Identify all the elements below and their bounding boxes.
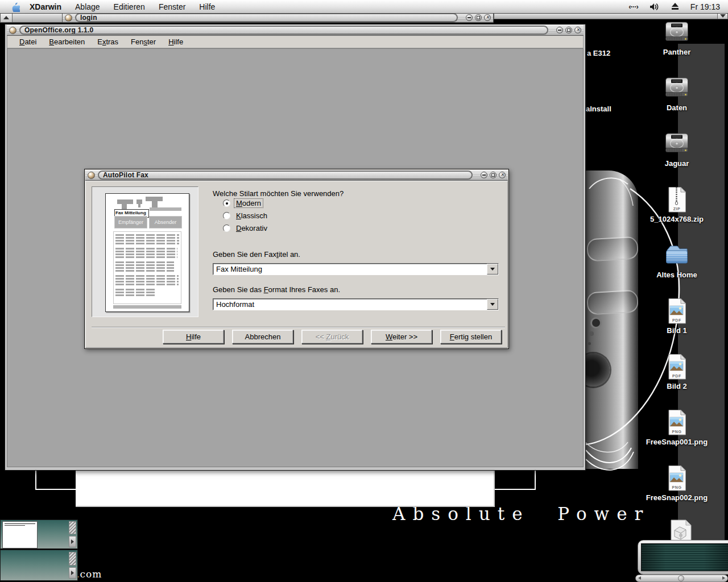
shaded-window-1[interactable] — [0, 519, 78, 549]
close-button[interactable]: ✕ — [574, 27, 581, 34]
icon-label: Jaguar — [642, 159, 712, 168]
preview-top-bar — [150, 207, 181, 211]
zip-icon: ZIP — [663, 186, 690, 214]
fax-format-label: Geben Sie das Format Ihres Faxes an. — [213, 285, 340, 294]
dialog-button-weiter[interactable]: Weiter >> — [371, 330, 432, 344]
office-menu-hilfe[interactable]: Hilfe — [162, 36, 189, 47]
radio-button-icon[interactable] — [223, 225, 230, 232]
minimize-button[interactable] — [481, 172, 487, 178]
menu-ablage[interactable]: Ablage — [75, 2, 100, 11]
fax-preview-panel: Fax Mitteilung Empfänger Absender — [92, 186, 198, 317]
file-type-badge: PNG — [663, 430, 690, 434]
fax-preview-page: Fax Mitteilung Empfänger Absender — [105, 193, 189, 312]
horizontal-scrollbar[interactable] — [635, 575, 728, 582]
desktop-icon-bild-2[interactable]: PDFBild 2 — [642, 354, 712, 390]
doc-icon: PDF — [663, 298, 690, 325]
title-capsule: OpenOffice.org 1.1.0 — [19, 26, 548, 35]
scroll-right-arrow-icon[interactable] — [722, 576, 725, 580]
resize-grip[interactable] — [69, 552, 76, 566]
close-button[interactable]: ✕ — [499, 172, 506, 178]
close-button[interactable]: ✕ — [484, 14, 491, 21]
office-menu-fenster[interactable]: Fenster — [125, 36, 162, 47]
desktop-icon-freesnap001-png[interactable]: PNGFreeSnap001.png — [642, 409, 712, 446]
menu-editieren[interactable]: Editieren — [114, 2, 145, 11]
desktop-icon-panther[interactable]: Panther — [642, 19, 712, 56]
wallpaper-com-text: .com — [76, 568, 102, 580]
mac-menubar: XDarwin Ablage Editieren Fenster Hilfe F… — [0, 0, 728, 14]
scroll-up-arrow-icon[interactable] — [1, 13, 13, 22]
file-type-badge: PNG — [663, 485, 690, 489]
button-separator — [92, 327, 505, 328]
style-option-klassisch[interactable]: Klassisch — [223, 211, 269, 220]
desktop-icon-bild-1[interactable]: PDFBild 1 — [642, 298, 712, 335]
desktop-icon-5-1024x768-zip[interactable]: ZIP5_1024x768.zip — [642, 186, 712, 223]
style-radio-group: ModernKlassischDekorativ — [223, 199, 269, 236]
tower-handle-recess — [586, 236, 638, 262]
fax-title-label: Geben Sie den Faxtitel an. — [213, 250, 300, 259]
dialog-button-fertig-stellen[interactable]: Fertig stellen — [440, 330, 502, 344]
fax-title-combobox[interactable]: Fax Mitteilung — [213, 263, 499, 275]
desktop-icon-freesnap002-png[interactable]: PNGFreeSnap002.png — [642, 465, 712, 502]
scrollbar-thumb[interactable] — [678, 575, 684, 581]
maximize-button[interactable] — [490, 172, 497, 178]
window-orb-icon[interactable] — [88, 172, 95, 179]
resize-grip[interactable] — [69, 521, 76, 534]
dialog-button-abbrechen[interactable]: Abbrechen — [232, 330, 293, 344]
radio-label: Dekorativ — [234, 224, 269, 232]
doc-icon: PDF — [663, 354, 690, 381]
menubar-clock[interactable]: Fr 19:13 — [690, 2, 720, 11]
menu-app-name[interactable]: XDarwin — [30, 2, 61, 11]
radio-button-icon[interactable] — [223, 199, 230, 207]
background-white-window — [76, 471, 495, 507]
input-menu-icon[interactable] — [628, 2, 638, 11]
dialog-button-hilfe[interactable]: Hilfe — [163, 330, 224, 344]
maximize-button[interactable] — [565, 27, 572, 34]
maximize-button[interactable] — [475, 14, 482, 21]
desktop-icon-daten[interactable]: Daten — [642, 75, 712, 112]
file-type-badge: PDF — [663, 374, 690, 378]
minimize-button[interactable] — [466, 14, 473, 21]
office-menu-datei[interactable]: Datei — [13, 36, 43, 47]
office-menu-extras[interactable]: Extras — [91, 36, 125, 47]
titlebar-stub[interactable] — [0, 13, 63, 23]
volume-icon[interactable] — [650, 3, 660, 11]
openoffice-titlebar[interactable]: OpenOffice.org 1.1.0 ✕ — [7, 25, 584, 36]
scroll-right-arrow-icon[interactable] — [69, 536, 76, 547]
openoffice-window-title: OpenOffice.org 1.1.0 — [20, 27, 97, 34]
icon-label: FreeSnap002.png — [642, 493, 712, 502]
scroll-right-arrow-icon[interactable] — [69, 567, 76, 579]
dropdown-arrow-icon[interactable] — [487, 299, 498, 310]
apple-menu[interactable] — [11, 2, 20, 12]
minimize-button[interactable] — [556, 27, 563, 34]
shaded-window-3[interactable] — [638, 540, 728, 575]
icon-label: 5_1024x768.zip — [642, 215, 712, 223]
doc-icon: PNG — [663, 409, 690, 436]
menu-fenster[interactable]: Fenster — [159, 2, 185, 11]
window-orb-icon[interactable] — [9, 27, 16, 34]
eject-icon[interactable] — [671, 3, 679, 10]
style-option-dekorativ[interactable]: Dekorativ — [223, 224, 269, 232]
fax-title-value: Fax Mitteilung — [213, 264, 487, 275]
desktop-icon-jaguar[interactable]: Jaguar — [642, 131, 712, 168]
shaded-window-pane — [2, 521, 38, 548]
dropdown-arrow-icon[interactable] — [487, 264, 498, 275]
desktop-icon-altes-home[interactable]: Altes Home — [642, 242, 712, 279]
tower-handle-recess — [586, 290, 638, 315]
scroll-left-arrow-icon[interactable] — [638, 576, 641, 580]
preview-recipient-field: Empfänger — [114, 216, 147, 228]
login-window-titlebar[interactable]: login ✕ — [63, 13, 494, 23]
dialog-titlebar[interactable]: AutoPilot Fax ✕ — [85, 170, 508, 181]
dialog-button-zurück[interactable]: << Zurück — [301, 330, 363, 344]
menu-hilfe[interactable]: Hilfe — [199, 2, 215, 11]
radio-button-icon[interactable] — [223, 212, 230, 219]
window-orb-icon[interactable] — [65, 14, 72, 22]
tower-speaker — [585, 354, 610, 386]
style-option-modern[interactable]: Modern — [223, 199, 269, 207]
scroll-down-arrow-icon[interactable] — [717, 13, 727, 19]
dialog-title: AutoPilot Fax — [99, 172, 152, 178]
preview-body-text — [113, 231, 181, 304]
office-menu-bearbeiten[interactable]: Bearbeiten — [43, 36, 91, 47]
shaded-window-2[interactable] — [0, 550, 78, 581]
title-capsule: AutoPilot Fax — [98, 171, 473, 180]
fax-format-combobox[interactable]: Hochformat — [213, 298, 499, 310]
